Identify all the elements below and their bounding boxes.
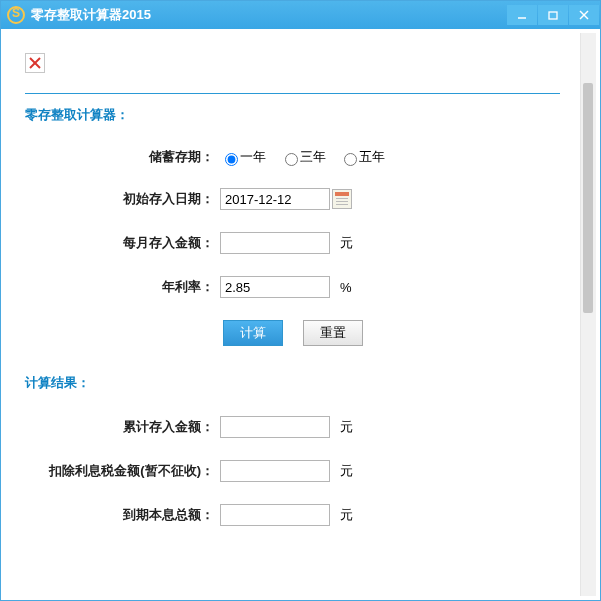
- deposit-term-label: 储蓄存期：: [25, 148, 220, 166]
- term-label-5yr: 五年: [359, 149, 385, 164]
- interest-tax-output[interactable]: [220, 460, 330, 482]
- vertical-scrollbar[interactable]: [580, 33, 596, 596]
- start-date-input[interactable]: [220, 188, 330, 210]
- maturity-output[interactable]: [220, 504, 330, 526]
- application-window: 零存整取计算器2015 零存整取计算器： 储蓄存期： 一年: [0, 0, 601, 601]
- total-deposit-label: 累计存入金额：: [25, 418, 220, 436]
- term-radio-5yr[interactable]: [344, 153, 357, 166]
- total-deposit-unit: 元: [340, 418, 353, 436]
- minimize-button[interactable]: [507, 5, 537, 25]
- divider: [25, 93, 560, 94]
- interest-tax-label: 扣除利息税金额(暂不征收)：: [25, 462, 220, 480]
- close-tab-button[interactable]: [25, 53, 45, 73]
- term-label-1yr: 一年: [240, 149, 266, 164]
- form-section-title: 零存整取计算器：: [25, 106, 560, 124]
- calendar-icon[interactable]: [332, 189, 352, 209]
- term-option-3yr[interactable]: 三年: [280, 149, 326, 164]
- monthly-amount-input[interactable]: [220, 232, 330, 254]
- start-date-label: 初始存入日期：: [25, 190, 220, 208]
- term-option-5yr[interactable]: 五年: [339, 149, 385, 164]
- monthly-amount-unit: 元: [340, 234, 353, 252]
- svg-rect-1: [549, 12, 557, 19]
- annual-rate-unit: %: [340, 280, 352, 295]
- maturity-label: 到期本息总额：: [25, 506, 220, 524]
- term-radio-1yr[interactable]: [225, 153, 238, 166]
- result-section-title: 计算结果：: [25, 374, 560, 392]
- annual-rate-label: 年利率：: [25, 278, 220, 296]
- term-label-3yr: 三年: [300, 149, 326, 164]
- monthly-amount-label: 每月存入金额：: [25, 234, 220, 252]
- app-logo-icon: [7, 6, 25, 24]
- interest-tax-unit: 元: [340, 462, 353, 480]
- term-radio-3yr[interactable]: [285, 153, 298, 166]
- annual-rate-input[interactable]: [220, 276, 330, 298]
- maturity-unit: 元: [340, 506, 353, 524]
- content-area: 零存整取计算器： 储蓄存期： 一年 三年 五年 初始存入日期：: [1, 29, 600, 600]
- reset-button[interactable]: 重置: [303, 320, 363, 346]
- window-title: 零存整取计算器2015: [31, 6, 151, 24]
- maximize-button[interactable]: [538, 5, 568, 25]
- total-deposit-output[interactable]: [220, 416, 330, 438]
- scrollbar-thumb[interactable]: [583, 83, 593, 313]
- close-window-button[interactable]: [569, 5, 599, 25]
- titlebar: 零存整取计算器2015: [1, 1, 600, 29]
- term-option-1yr[interactable]: 一年: [220, 149, 266, 164]
- deposit-term-radios: 一年 三年 五年: [220, 148, 395, 166]
- calculate-button[interactable]: 计算: [223, 320, 283, 346]
